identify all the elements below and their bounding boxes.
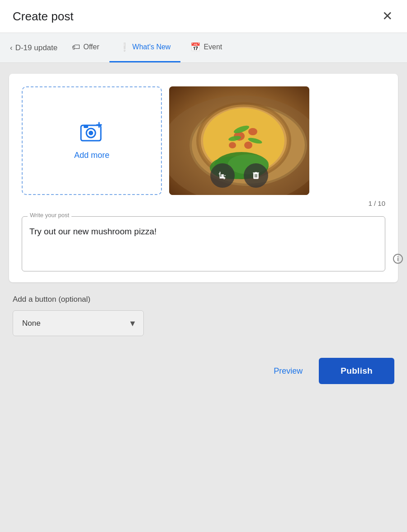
add-button-label: Add a button (optional) [13, 295, 394, 304]
dialog-title: Create post [13, 10, 73, 24]
svg-point-15 [244, 142, 252, 149]
close-button[interactable]: ✕ [380, 8, 394, 24]
post-card: Add more [9, 74, 398, 282]
event-icon: 📅 [190, 42, 200, 52]
tab-whats-new[interactable]: ❕ What's New [109, 33, 181, 62]
publish-button[interactable]: Publish [319, 358, 394, 384]
image-section: Add more [22, 86, 385, 195]
svg-point-13 [248, 128, 257, 135]
post-textarea[interactable] [29, 227, 378, 263]
post-textarea-wrapper: Write your post [22, 216, 385, 271]
add-photo-icon [80, 122, 104, 145]
image-counter: 1 / 10 [22, 200, 385, 207]
image-thumbnail [169, 86, 309, 195]
post-textarea-label: Write your post [28, 212, 71, 218]
svg-point-26 [398, 256, 398, 257]
dialog-header: Create post ✕ [0, 0, 407, 33]
tab-event[interactable]: 📅 Event [180, 33, 232, 62]
main-content: Add more [0, 63, 407, 532]
info-icon[interactable] [393, 253, 403, 267]
tab-offer-label: Offer [83, 43, 99, 51]
tab-offer[interactable]: 🏷 Offer [62, 33, 109, 62]
tab-whats-new-label: What's New [133, 43, 171, 51]
preview-button[interactable]: Preview [265, 360, 311, 382]
add-more-box[interactable]: Add more [22, 86, 162, 195]
svg-point-14 [229, 142, 236, 148]
offer-icon: 🏷 [72, 43, 80, 52]
button-type-select[interactable]: NoneBookOrder onlineBuyLearn moreSign up… [13, 310, 144, 336]
chevron-left-icon: ‹ [10, 43, 13, 52]
svg-point-2 [89, 131, 93, 135]
tabs-bar: ‹ D-19 update 🏷 Offer ❕ What's New 📅 Eve… [0, 33, 407, 63]
add-button-section: Add a button (optional) NoneBookOrder on… [9, 295, 398, 336]
tab-event-label: Event [204, 43, 222, 51]
svg-rect-3 [84, 125, 88, 128]
add-more-label: Add more [74, 151, 109, 160]
button-type-dropdown-wrapper: NoneBookOrder onlineBuyLearn moreSign up… [13, 310, 144, 336]
image-overlay-buttons [210, 163, 268, 188]
svg-rect-23 [221, 174, 224, 177]
tab-back-button[interactable]: ‹ D-19 update [5, 34, 62, 62]
footer-actions: Preview Publish [9, 358, 398, 384]
delete-image-button[interactable] [244, 163, 268, 188]
crop-button[interactable] [210, 163, 235, 188]
post-textarea-section: Write your post [22, 216, 385, 271]
tab-back-label: D-19 update [15, 43, 58, 52]
svg-rect-25 [398, 258, 398, 261]
whats-new-icon: ❕ [119, 42, 129, 52]
